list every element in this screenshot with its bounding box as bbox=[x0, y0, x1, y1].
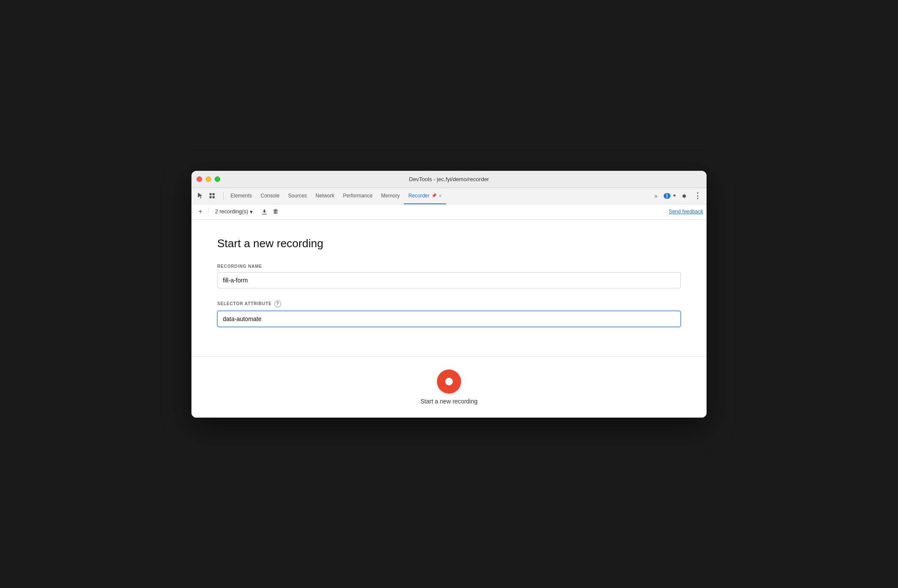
minimize-button[interactable] bbox=[206, 176, 211, 182]
tab-pin-icon: 📌 bbox=[431, 193, 437, 198]
tab-separator-left bbox=[223, 191, 224, 200]
start-recording-button[interactable] bbox=[437, 370, 461, 394]
tab-bar: Elements Console Sources Network Perform… bbox=[191, 188, 707, 204]
toolbar: + 2 recording(s) ▾ Send feedback bbox=[191, 204, 707, 220]
delete-recording-button[interactable] bbox=[270, 206, 281, 217]
toolbar-separator-1 bbox=[209, 207, 209, 216]
recording-selector[interactable]: 2 recording(s) ▾ bbox=[212, 207, 256, 216]
chat-button[interactable]: 1 bbox=[664, 190, 676, 202]
bottom-section: Start a new recording bbox=[191, 356, 707, 418]
tab-console[interactable]: Console bbox=[256, 188, 284, 204]
record-button-inner bbox=[445, 378, 453, 385]
tab-performance[interactable]: Performance bbox=[339, 188, 377, 204]
tab-close-icon[interactable]: × bbox=[439, 193, 442, 198]
svg-rect-0 bbox=[209, 193, 212, 195]
layers-icon[interactable] bbox=[207, 191, 217, 201]
tab-recorder[interactable]: Recorder 📌 × bbox=[404, 188, 446, 204]
close-button[interactable] bbox=[197, 176, 202, 182]
tab-bar-right: » 1 ⋮ bbox=[650, 190, 703, 202]
tab-sources[interactable]: Sources bbox=[284, 188, 311, 204]
window-title: DevTools - jec.fyi/demo/recorder bbox=[409, 176, 489, 182]
more-tabs-button[interactable]: » bbox=[650, 190, 662, 202]
send-feedback-link[interactable]: Send feedback bbox=[669, 209, 703, 215]
record-button-label: Start a new recording bbox=[420, 398, 477, 405]
add-recording-button[interactable]: + bbox=[195, 206, 206, 217]
svg-rect-1 bbox=[212, 193, 215, 195]
chevron-down-icon: ▾ bbox=[250, 209, 253, 215]
traffic-lights bbox=[197, 176, 220, 182]
tab-network[interactable]: Network bbox=[311, 188, 339, 204]
title-bar: DevTools - jec.fyi/demo/recorder bbox=[191, 171, 707, 188]
main-content: Start a new recording RECORDING NAME SEL… bbox=[191, 220, 707, 356]
tab-memory[interactable]: Memory bbox=[377, 188, 404, 204]
selector-attribute-label: SELECTOR ATTRIBUTE ? bbox=[217, 300, 681, 307]
tab-elements[interactable]: Elements bbox=[226, 188, 256, 204]
svg-rect-2 bbox=[209, 196, 212, 198]
svg-rect-3 bbox=[212, 196, 215, 198]
recording-name-field: RECORDING NAME bbox=[217, 264, 681, 300]
selector-attribute-field: SELECTOR ATTRIBUTE ? bbox=[217, 300, 681, 339]
selector-attribute-input[interactable] bbox=[217, 311, 681, 327]
recording-name-input[interactable] bbox=[217, 272, 681, 288]
devtools-panel: Elements Console Sources Network Perform… bbox=[191, 188, 707, 418]
download-recording-button[interactable] bbox=[259, 206, 270, 217]
settings-button[interactable] bbox=[677, 190, 689, 202]
chat-badge: 1 bbox=[664, 193, 670, 199]
help-icon[interactable]: ? bbox=[274, 300, 281, 307]
recording-name-label: RECORDING NAME bbox=[217, 264, 681, 269]
maximize-button[interactable] bbox=[215, 176, 220, 182]
more-options-button[interactable]: ⋮ bbox=[691, 190, 703, 202]
cursor-icon[interactable] bbox=[195, 191, 205, 201]
page-title: Start a new recording bbox=[217, 237, 681, 250]
devtools-window: DevTools - jec.fyi/demo/recorder Element… bbox=[191, 171, 707, 418]
tab-bar-icons bbox=[195, 191, 217, 201]
